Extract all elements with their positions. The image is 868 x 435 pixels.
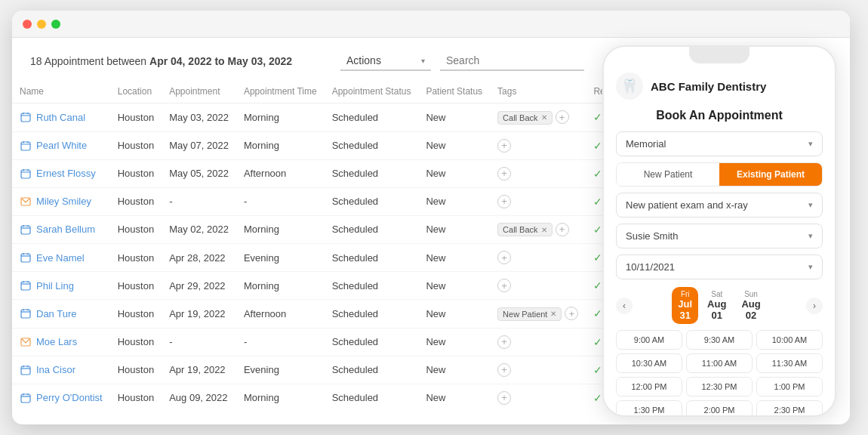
next-arrow[interactable]: ›: [806, 298, 823, 314]
svg-rect-30: [21, 366, 30, 375]
time-slot[interactable]: 9:30 AM: [686, 330, 753, 350]
minimize-button[interactable]: [37, 20, 46, 29]
read-cell: ✓✓: [586, 272, 602, 300]
appointment-cell: May 07, 2022: [162, 131, 236, 159]
add-tag-button[interactable]: +: [565, 307, 578, 320]
tags-cell: +: [490, 384, 586, 412]
service-select[interactable]: New patient exam and x-ray ▾: [616, 193, 823, 218]
time-slot[interactable]: 10:30 AM: [616, 353, 682, 373]
appointment-cell: May 02, 2022: [162, 215, 236, 244]
calendar-icon: [20, 168, 32, 180]
appointment-cell: May 05, 2022: [162, 159, 236, 187]
patient-name[interactable]: Moe Lars: [36, 336, 77, 347]
time-slot[interactable]: 12:30 PM: [686, 377, 753, 396]
patient-name[interactable]: Eve Namel: [36, 252, 85, 264]
table-row: Sarah BellumHoustonMay 02, 2022MorningSc…: [12, 215, 602, 244]
patient-name[interactable]: Sarah Bellum: [36, 224, 95, 235]
time-slot[interactable]: 10:00 AM: [756, 330, 823, 350]
location-select[interactable]: Memorial ▾: [616, 131, 823, 156]
add-tag-button[interactable]: +: [497, 279, 511, 292]
location-cell: Houston: [110, 356, 162, 384]
patient-name[interactable]: Perry O'Dontist: [36, 392, 103, 403]
appt-status-cell: Scheduled: [325, 187, 419, 215]
time-slot[interactable]: 2:00 PM: [686, 400, 753, 415]
time-slot[interactable]: 12:00 PM: [616, 377, 682, 396]
time-slot[interactable]: 11:30 AM: [756, 353, 823, 373]
tag-label: Call Back: [503, 225, 537, 234]
location-cell: Houston: [110, 244, 162, 272]
table-row: Ruth CanalHoustonMay 03, 2022MorningSche…: [12, 103, 602, 132]
add-tag-button[interactable]: +: [497, 363, 511, 377]
provider-select[interactable]: Susie Smith ▾: [616, 224, 823, 248]
tag-label: New Patient: [503, 310, 547, 319]
patient-name[interactable]: Phil Ling: [36, 280, 74, 292]
tag-remove-button[interactable]: ✕: [541, 113, 547, 122]
patient-name[interactable]: Dan Ture: [36, 308, 76, 319]
add-tag-button[interactable]: +: [497, 391, 511, 405]
check-icon-1: ✓: [593, 168, 602, 180]
time-slot[interactable]: 1:30 PM: [616, 400, 682, 415]
patient-name[interactable]: Ina Cisor: [36, 364, 75, 375]
new-patient-toggle[interactable]: New Patient: [617, 163, 719, 186]
appt-status-cell: Scheduled: [325, 328, 419, 356]
tags-cell: +: [490, 328, 586, 356]
patient-name[interactable]: Miley Smiley: [36, 196, 91, 207]
actions-dropdown[interactable]: Actions ▾: [340, 51, 431, 71]
cal-days: FriJul31SatAug01SunAug02: [672, 287, 766, 324]
close-button[interactable]: [23, 20, 32, 29]
search-input[interactable]: [440, 51, 584, 71]
date-range: Apr 04, 2022 to May 03, 2022: [149, 55, 292, 67]
maximize-button[interactable]: [51, 20, 60, 29]
add-tag-button[interactable]: +: [497, 251, 511, 264]
tag-remove-button[interactable]: ✕: [541, 226, 547, 234]
check-icon-1: ✓: [593, 307, 602, 319]
patient-status-cell: New: [418, 215, 490, 244]
add-tag-button[interactable]: +: [556, 110, 569, 124]
tag-badge: Call Back✕: [497, 223, 552, 236]
tag-remove-button[interactable]: ✕: [550, 310, 556, 318]
read-cell: ✓✓: [586, 215, 602, 244]
chevron-down-icon: ▾: [808, 262, 813, 272]
calendar-day[interactable]: FriJul31: [672, 287, 698, 324]
patient-name[interactable]: Ernest Flossy: [36, 168, 96, 179]
patient-name-cell: Ruth Canal: [12, 103, 110, 132]
calendar-day[interactable]: SatAug01: [701, 287, 732, 324]
col-location: Location: [110, 80, 162, 103]
phone-notch: [689, 47, 749, 63]
svg-rect-17: [21, 254, 30, 262]
add-tag-button[interactable]: +: [497, 335, 511, 349]
add-tag-button[interactable]: +: [497, 139, 511, 153]
tags-cell: +: [490, 244, 586, 272]
table-row: Pearl WhiteHoustonMay 07, 2022MorningSch…: [12, 131, 602, 159]
appt-time-cell: Morning: [236, 131, 325, 159]
calendar-day[interactable]: SunAug02: [735, 287, 766, 324]
calendar-icon: [20, 140, 32, 152]
read-cell: ✓✓: [586, 300, 602, 329]
col-tags: Tags: [490, 80, 586, 103]
location-cell: Houston: [110, 300, 162, 329]
add-tag-button[interactable]: +: [556, 223, 569, 236]
existing-patient-toggle[interactable]: Existing Patient: [719, 163, 822, 186]
date-value: 10/11/2021: [626, 261, 675, 273]
phone-widget: 🦷 ABC Family Dentistry Book An Appointme…: [602, 45, 836, 417]
time-slot[interactable]: 9:00 AM: [616, 330, 682, 350]
date-select[interactable]: 10/11/2021 ▾: [616, 255, 823, 279]
tag-badge: Call Back✕: [497, 111, 552, 125]
patient-status-cell: New: [418, 131, 490, 159]
time-slot[interactable]: 11:00 AM: [686, 353, 753, 373]
patient-name[interactable]: Ruth Canal: [36, 112, 85, 123]
add-tag-button[interactable]: +: [497, 167, 511, 180]
patient-name[interactable]: Pearl White: [36, 140, 87, 151]
patient-status-cell: New: [418, 356, 490, 384]
prev-arrow[interactable]: ‹: [616, 298, 633, 314]
calendar-icon: [20, 279, 32, 292]
appt-time-cell: -: [236, 187, 325, 215]
day-name: Sun: [741, 290, 760, 298]
time-slot[interactable]: 1:00 PM: [756, 377, 823, 396]
add-tag-button[interactable]: +: [497, 195, 511, 208]
svg-rect-21: [21, 282, 30, 290]
appointment-cell: Apr 19, 2022: [162, 300, 236, 329]
day-name: Fri: [678, 290, 692, 298]
read-cell: ✓✓: [586, 187, 602, 215]
time-slot[interactable]: 2:30 PM: [756, 400, 823, 415]
